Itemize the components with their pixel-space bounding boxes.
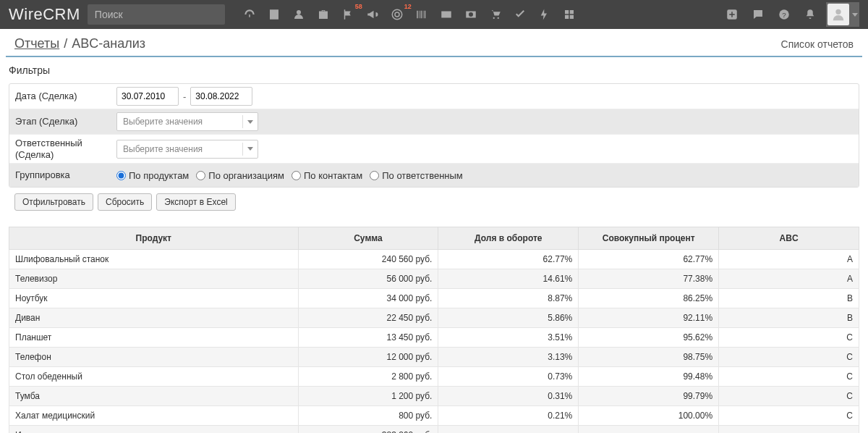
search-input[interactable] [88,4,225,25]
cell-cum: 62.77% [579,250,719,269]
cell-abc: C [719,367,859,387]
chevron-down-icon [247,120,253,124]
bell-icon[interactable] [800,4,820,25]
cell-sum: 13 450 руб. [298,328,438,348]
filter-label-stage: Этап (Сделка) [15,116,116,127]
responsible-select[interactable]: Выберите значения [116,140,258,159]
dashboard-icon[interactable] [239,4,260,25]
cell-share: 3.13% [438,348,579,367]
th-abc[interactable]: ABC [719,227,859,250]
nav-icons-right: ? [722,2,859,27]
barcode-icon[interactable] [412,4,432,25]
breadcrumb-current: ABC-анализ [72,36,145,51]
filter-row-responsible: Ответственный (Сделка) Выберите значения [9,135,859,164]
brand-logo[interactable]: WireCRM [9,5,80,24]
chat-icon[interactable] [748,4,768,25]
cell-product: Планшет [9,328,299,348]
user-menu[interactable] [826,2,859,27]
date-separator: - [183,91,186,102]
filter-row-stage: Этап (Сделка) Выберите значения [9,109,859,135]
date-from-input[interactable] [116,87,179,106]
cell-cum: 95.62% [579,328,719,348]
cell-product: Тумба [9,387,299,406]
table-row: Ноутбук34 000 руб.8.87%86.25%B [9,289,859,308]
filter-row-group: Группировка По продуктам По организациям… [9,164,859,187]
chevron-down-icon [247,147,253,151]
flag-badge: 58 [355,3,362,10]
building-icon[interactable] [264,4,284,25]
reset-button[interactable]: Сбросить [98,193,152,211]
navbar: WireCRM 58 12 ? [0,0,868,29]
bolt-icon[interactable] [535,4,555,25]
cell-sum: 22 450 руб. [298,308,438,328]
cell-cum: 99.48% [579,367,719,387]
user-icon[interactable] [289,4,309,25]
table-row: Стол обеденный2 800 руб.0.73%99.48%C [9,367,859,387]
plus-icon[interactable] [722,4,742,25]
th-cum[interactable]: Совокупный процент [579,227,719,250]
card-icon[interactable] [436,4,456,25]
export-button[interactable]: Экспорт в Excel [156,193,235,211]
group-radio-group: По продуктам По организациям По контакта… [116,170,467,181]
table-header-row: Продукт Сумма Доля в обороте Совокупный … [9,227,859,250]
cell-cum: 77.38% [579,269,719,289]
table-row: Планшет13 450 руб.3.51%95.62%C [9,328,859,348]
filters-panel: Фильтры Дата (Сделка) - Этап (Сделка) Вы… [9,62,859,219]
page-header: Отчеты / ABC-анализ Список отчетов [6,29,862,57]
check-icon[interactable] [510,4,530,25]
briefcase-icon[interactable] [313,4,333,25]
group-radio-resp[interactable]: По ответственным [370,170,463,181]
cell-share: 8.87% [438,289,579,308]
flag-icon[interactable]: 58 [338,4,358,25]
cell-product: Стол обеденный [9,367,299,387]
cell-cum: 99.79% [579,387,719,406]
grid-icon[interactable] [559,4,579,25]
cell-product: Ноутбук [9,289,299,308]
cell-cum: 100.00% [579,406,719,426]
cell-cum: 86.25% [579,289,719,308]
table-footer-row: Итого383 260 руб. [9,426,859,433]
group-radio-orgs[interactable]: По организациям [196,170,284,181]
svg-point-0 [392,9,402,20]
filter-button[interactable]: Отфильтровать [14,193,93,211]
th-product[interactable]: Продукт [9,227,299,250]
th-sum[interactable]: Сумма [298,227,438,250]
cell-abc: A [719,269,859,289]
table-row: Телефон12 000 руб.3.13%98.75%C [9,348,859,367]
help-icon[interactable]: ? [774,4,794,25]
filter-label-group: Группировка [15,169,116,181]
megaphone-icon[interactable] [362,4,383,25]
table-row: Диван22 450 руб.5.86%92.11%B [9,308,859,328]
filter-label-responsible: Ответственный (Сделка) [15,138,116,160]
breadcrumb-sep: / [64,36,67,51]
cell-cum: 98.75% [579,348,719,367]
filter-buttons: Отфильтровать Сбросить Экспорт в Excel [9,188,859,219]
cell-abc: C [719,406,859,426]
cart-icon[interactable] [485,4,506,25]
cell-product: Халат медицинский [9,406,299,426]
cell-share: 0.73% [438,367,579,387]
money-icon[interactable] [461,4,481,25]
table-row: Тумба1 200 руб.0.31%99.79%C [9,387,859,406]
cell-product: Шлифовальный станок [9,250,299,269]
cell-share: 14.61% [438,269,579,289]
data-table-wrap: Продукт Сумма Доля в обороте Совокупный … [9,227,859,433]
date-to-input[interactable] [190,87,252,106]
group-radio-contacts[interactable]: По контактам [292,170,362,181]
cell-abc: B [719,289,859,308]
breadcrumb-root[interactable]: Отчеты [14,36,59,51]
lifebuoy-icon[interactable]: 12 [387,4,407,25]
cell-sum: 800 руб. [298,406,438,426]
th-share[interactable]: Доля в обороте [438,227,579,250]
cell-share: 0.31% [438,387,579,406]
cell-abc: C [719,328,859,348]
reports-list-link[interactable]: Список отчетов [781,38,854,50]
table-row: Телевизор56 000 руб.14.61%77.38%A [9,269,859,289]
stage-select[interactable]: Выберите значения [116,112,258,131]
filters-title: Фильтры [9,62,859,79]
group-radio-products[interactable]: По продуктам [116,170,189,181]
cell-abc: C [719,348,859,367]
cell-share: 0.21% [438,406,579,426]
filter-row-date: Дата (Сделка) - [9,84,859,109]
svg-point-1 [395,12,399,17]
